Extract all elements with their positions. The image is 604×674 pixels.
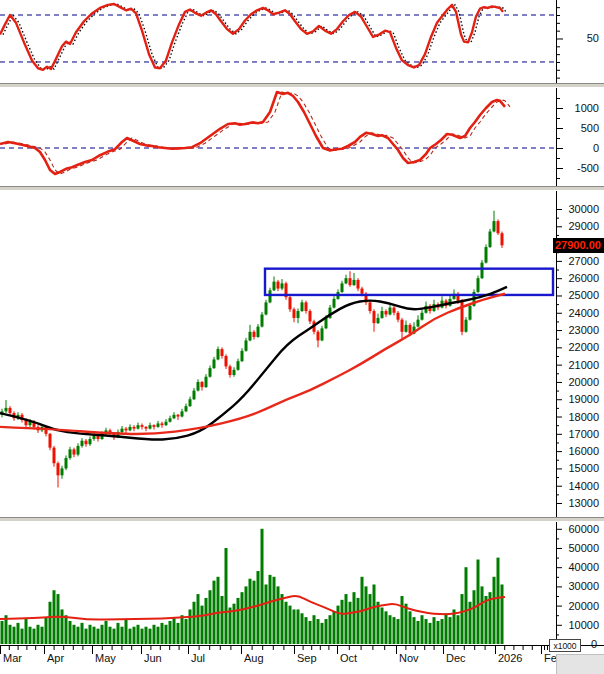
volume-bar [245,586,248,644]
price-axis-label: 25000 [559,289,599,302]
x-axis-month-label: May [95,652,116,665]
volume-bar [229,608,232,644]
candle-body [345,278,348,283]
candle-body [77,446,80,455]
volume-bar [285,602,288,644]
x-axis-month-label: Dec [446,652,466,665]
candle-body [301,302,304,311]
volume-bar [357,598,360,644]
volume-bar [345,594,348,644]
volume-bar [181,615,184,644]
last-price-label: 27900.00 [553,238,604,253]
candle-body [189,399,192,406]
x-axis-ticks [1,646,554,654]
price-axis-label: 16000 [559,445,599,458]
candle-body [197,382,200,391]
volume-bar [313,615,316,644]
price-axis-label: 13000 [559,497,599,510]
volume-bar [257,571,260,644]
volume-bar [373,584,376,644]
macd-axis-label: 1000 [559,102,599,115]
candle-body [245,340,248,350]
candle-body [221,349,224,356]
candle-body [493,221,496,231]
volume-bar [113,629,116,644]
volume-bar [9,625,12,644]
x-axis-month-label: Aug [244,652,264,665]
candle-body [317,332,320,341]
volume-bar [333,611,336,644]
candle-body [261,314,264,326]
volume-bar [49,602,52,644]
volume-bar [197,594,200,644]
volume-bar [297,609,300,644]
candle-body [9,408,12,413]
chart-canvas[interactable] [0,0,604,674]
candle-body [393,308,396,313]
candle-body [497,221,500,233]
x-axis-month-label: 2026 [498,652,522,665]
volume-bar [81,623,84,644]
volume-bar [437,621,440,644]
volume-bar [501,584,504,644]
candle-body [253,332,256,337]
volume-bar [393,617,396,644]
candle-body [481,263,484,279]
volume-bar [265,584,268,644]
candle-body [177,415,180,417]
volume-bar [117,623,120,644]
volume-bar [433,617,436,644]
volume-bar [153,625,156,644]
price-axis-label: 24000 [559,307,599,320]
volume-axis-label: 60000 [559,523,599,536]
volume-bar [41,627,44,644]
volume-bar [337,606,340,644]
volume-bar [413,617,416,644]
candle-body [209,368,212,377]
volume-bar [317,619,320,644]
candle-body [297,311,300,318]
volume-bar [185,619,188,644]
candle-body [281,283,284,288]
candle-body [157,423,160,426]
candle-body [381,311,384,318]
x-axis-month-label: Mar [3,652,22,665]
panel-divider[interactable] [0,83,604,88]
volume-axis-label: 20000 [559,600,599,613]
candle-body [149,425,152,428]
candle-body [389,308,392,315]
volume-bar [221,596,224,644]
volume-bar [305,617,308,644]
volume-bar [461,594,464,644]
price-axis-label: 19000 [559,393,599,406]
candle-body [293,309,296,318]
candle-body [53,448,56,464]
candle-body [485,247,488,263]
price-axis-label: 29000 [559,220,599,233]
volume-bar [277,586,280,644]
volume-bar [421,615,424,644]
x-axis-month-label: Apr [47,652,64,665]
volume-bar [441,619,444,644]
volume-bar [101,625,104,644]
volume-bar [381,608,384,644]
x-axis-month-label: Jun [144,652,162,665]
volume-bar [21,629,24,644]
volume-bar [261,529,264,644]
candle-body [417,320,420,327]
panel-divider[interactable] [0,517,604,522]
candle-body [73,449,76,454]
candle-body [153,425,156,427]
candle-body [373,311,376,323]
volume-bar [225,548,228,644]
macd-axis-label: -500 [559,162,599,175]
candle-body [377,318,380,323]
candle-body [133,427,136,429]
panel-divider[interactable] [0,186,604,191]
volume-bar [129,629,132,644]
volume-bar [325,619,328,644]
volume-bar [177,623,180,644]
volume-bar [105,621,108,644]
volume-bar [1,621,4,644]
candle-body [501,233,504,245]
